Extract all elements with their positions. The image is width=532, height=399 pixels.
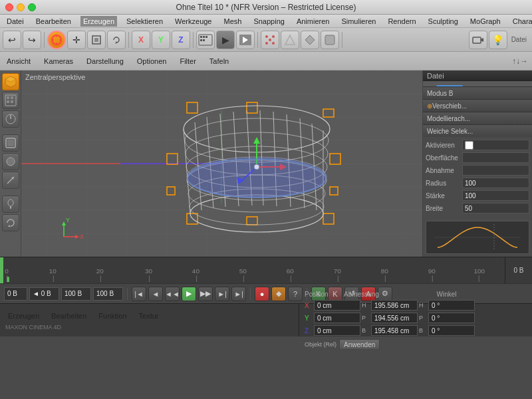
viewport-tafeln[interactable]: Tafeln [207, 56, 231, 66]
pb-keyframe-button[interactable]: ◆ [271, 287, 286, 301]
bt-funktion[interactable]: Funktion [96, 311, 129, 321]
dim-p-field[interactable]: 194.556 cm [371, 313, 418, 323]
angle-p-field[interactable]: 0 ° [428, 313, 475, 323]
svg-marker-7 [115, 41, 118, 44]
y-axis-button[interactable]: Y [152, 31, 170, 49]
viewport-filter[interactable]: Filter [177, 56, 198, 66]
x-axis-button[interactable]: X [132, 31, 150, 49]
window-title: Ohne Titel 10 * (NFR Version – Restricte… [176, 3, 356, 12]
minimize-button[interactable] [17, 3, 25, 11]
pos-y-field[interactable]: 0 cm [314, 313, 360, 323]
edit-render-button[interactable] [236, 31, 255, 49]
window-controls[interactable] [5, 3, 36, 11]
pb-play-button[interactable]: ▶ [182, 287, 196, 301]
menu-erzeugen[interactable]: Erzeugen [80, 16, 117, 27]
pb-first-button[interactable]: |◄ [132, 287, 146, 301]
pb-fwd-button[interactable]: ▶▶ [198, 287, 213, 301]
undo-button[interactable]: ↩ [3, 31, 21, 49]
rp-starke-value[interactable]: 100 [462, 190, 529, 201]
rp-aktivieren-value[interactable] [462, 140, 529, 150]
menu-animieren[interactable]: Animieren [294, 16, 332, 27]
brush-button[interactable] [2, 196, 19, 213]
poly-mode-button[interactable] [301, 31, 319, 49]
z-axis-label: Z [305, 327, 313, 334]
menu-datei[interactable]: Datei [4, 16, 27, 27]
bt-erzeugen[interactable]: Erzeugen [5, 311, 42, 321]
loop-button[interactable] [2, 214, 19, 231]
angle-h-field[interactable]: 0 ° [428, 300, 475, 311]
menu-snapping[interactable]: Snapping [251, 16, 287, 27]
menu-werkzeuge[interactable]: Werkzeuge [172, 16, 214, 27]
texture-button[interactable] [2, 92, 19, 109]
angle-b-field[interactable]: 0 ° [428, 325, 475, 336]
z-axis-button[interactable]: Z [172, 31, 190, 49]
viewport-darstellung[interactable]: Darstellung [84, 56, 126, 66]
anwenden-button[interactable]: Anwenden [339, 339, 380, 350]
viewport-optionen[interactable]: Optionen [134, 56, 170, 66]
menu-mograph[interactable]: MoGraph [467, 16, 503, 27]
bt-textur[interactable]: Textur [136, 311, 162, 321]
rp-model-header[interactable]: Modellierach... [423, 112, 532, 124]
pb-back-button[interactable]: ◄◄ [165, 287, 180, 301]
rp-oberflache-value[interactable] [462, 152, 529, 163]
aktivieren-checkbox[interactable] [465, 141, 473, 150]
pb-record-button[interactable]: ● [255, 287, 269, 301]
pb-step-field[interactable]: ◄ 0 B [29, 287, 59, 301]
light-button[interactable]: 💡 [489, 31, 507, 49]
arrow-button[interactable] [2, 172, 19, 189]
menu-charakter[interactable]: Charakter [510, 16, 532, 27]
normal-button[interactable] [2, 110, 19, 128]
viewport-ansicht[interactable]: Ansicht [4, 56, 33, 66]
edges-mode-button[interactable] [281, 31, 299, 49]
pb-last-button[interactable]: ►| [231, 287, 246, 301]
bt-bearbeiten[interactable]: Bearbeiten [49, 311, 89, 321]
dim-h-field[interactable]: 195.586 cm [371, 300, 418, 311]
menu-rendern[interactable]: Rendern [385, 16, 418, 27]
pb-question-button[interactable]: ? [288, 287, 303, 301]
timeline-ruler[interactable]: 0 10 20 30 40 50 60 70 80 90 1 [3, 257, 505, 283]
pb-prev-button[interactable]: ◄ [148, 287, 163, 301]
close-button[interactable] [5, 3, 13, 11]
rp-abnahme-value[interactable] [462, 165, 529, 176]
rp-radius-value[interactable]: 100 [462, 178, 529, 188]
rp-weiche-header[interactable]: Weiche Selek... [423, 125, 532, 137]
toolbar-separator-3 [193, 32, 194, 48]
pb-end-field[interactable]: 100 B [61, 287, 91, 301]
move-button[interactable]: ✛ [67, 31, 86, 49]
menu-simulieren[interactable]: Simulieren [338, 16, 378, 27]
pb-next-button[interactable]: ►| [215, 287, 229, 301]
live-select-button[interactable] [47, 31, 66, 49]
svg-point-37 [7, 158, 15, 166]
menu-sculpting[interactable]: Sculpting [426, 16, 461, 27]
viewport-toolbar: Ansicht Kameras Darstellung Optionen Fil… [0, 52, 532, 70]
menu-selektieren[interactable]: Selektieren [124, 16, 166, 27]
viewport-nav-arrows[interactable]: ↑↓→ [512, 57, 528, 66]
pos-y-row: Y 0 cm P 194.556 cm P 0 ° [305, 313, 527, 323]
rotate-button[interactable] [107, 31, 126, 49]
menu-mesh[interactable]: Mesh [221, 16, 244, 27]
redo-button[interactable]: ↪ [23, 31, 41, 49]
rp-curve-graph [426, 221, 529, 254]
pb-speed-field[interactable]: 100 B [93, 287, 123, 301]
shape-button-1[interactable] [2, 134, 19, 152]
rp-breite-value[interactable]: 50 [462, 203, 529, 213]
pos-z-field[interactable]: 0 cm [314, 325, 360, 336]
render-button[interactable]: ▶ [216, 31, 235, 49]
rp-mode-header[interactable]: Modus B [423, 87, 532, 99]
shape-button-2[interactable] [2, 153, 19, 170]
rp-verschieb-header[interactable]: ⊕ Verschieb... [423, 100, 532, 112]
viewport-kameras[interactable]: Kameras [41, 56, 76, 66]
pos-x-field[interactable]: 0 cm [314, 300, 360, 311]
3d-viewport[interactable]: Zentralperspektive [21, 70, 422, 257]
cube-mode-button[interactable] [2, 73, 19, 90]
camera-button[interactable] [469, 31, 487, 49]
scale-button[interactable] [87, 31, 106, 49]
solid-mode-button[interactable] [321, 31, 339, 49]
anim-button-1[interactable] [196, 31, 215, 49]
pb-frame-field[interactable]: 0 B [4, 287, 27, 301]
points-mode-button[interactable] [261, 31, 279, 49]
svg-rect-31 [7, 100, 9, 103]
maximize-button[interactable] [28, 3, 36, 11]
dim-b-field[interactable]: 195.458 cm [371, 325, 418, 336]
menu-bearbeiten[interactable]: Bearbeiten [33, 16, 74, 27]
